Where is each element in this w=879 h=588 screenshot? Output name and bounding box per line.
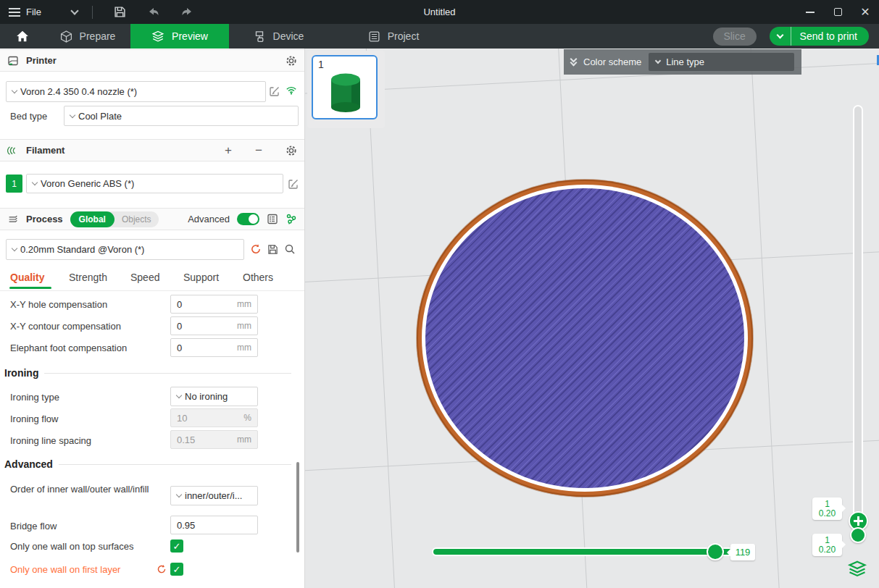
lower-layer-tooltip: 1 0.20 <box>812 534 842 556</box>
search-settings-icon[interactable] <box>284 243 296 255</box>
filament-slot-badge[interactable]: 1 <box>6 175 22 193</box>
remove-filament-button[interactable]: − <box>252 143 265 158</box>
bed-type-select[interactable]: Cool Plate <box>64 106 299 126</box>
xy-hole-input[interactable] <box>171 299 231 310</box>
file-menu-chevron-icon[interactable] <box>70 7 78 14</box>
bridge-flow-input[interactable] <box>171 520 231 531</box>
close-button[interactable]: ✕ <box>851 0 879 24</box>
xy-hole-label: X-Y hole compensation <box>10 299 107 310</box>
model-infill-stripes <box>425 188 744 488</box>
line-type-select[interactable]: Line type <box>649 53 794 71</box>
advanced-mode-toggle[interactable] <box>237 213 259 225</box>
process-layers-icon <box>7 214 19 225</box>
plate-number: 1 <box>318 59 324 70</box>
layers-stack-icon <box>847 558 867 579</box>
send-to-print-button[interactable]: Send to print <box>770 27 869 46</box>
ironing-type-select[interactable]: No ironing <box>170 387 258 406</box>
sidebar-scrollbar[interactable] <box>296 462 299 553</box>
sliced-model-top-view[interactable] <box>417 180 753 497</box>
filament-preset-select[interactable]: Voron Generic ABS (*) <box>26 174 283 193</box>
parameter-table-icon[interactable] <box>267 214 278 225</box>
reset-one-wall-first-icon[interactable] <box>156 563 167 575</box>
tab-preview[interactable]: Preview <box>130 24 229 49</box>
process-scope-toggle[interactable]: Global Objects <box>70 211 159 227</box>
tab-speed[interactable]: Speed <box>130 272 159 283</box>
edit-filament-icon[interactable] <box>288 178 299 190</box>
xy-contour-input[interactable] <box>171 321 231 332</box>
app-window: File Untitled ✕ Pre <box>0 0 879 588</box>
wall-order-select[interactable]: inner/outer/i... <box>170 486 258 505</box>
tab-prepare-label: Prepare <box>80 30 116 42</box>
filament-preset-value: Voron Generic ABS (*) <box>41 178 134 189</box>
chevron-down-icon <box>70 112 75 117</box>
slice-button[interactable]: Slice <box>713 28 757 46</box>
tab-device[interactable]: Device <box>229 24 328 49</box>
layer-slider[interactable] <box>854 106 862 537</box>
xy-contour-field: mm <box>170 316 258 335</box>
horizontal-move-slider[interactable] <box>433 549 752 555</box>
tab-project[interactable]: Project <box>343 24 443 49</box>
chevron-down-icon <box>176 492 182 497</box>
prepare-box-icon <box>60 30 72 43</box>
upper-layer-tooltip: 1 0.20 <box>812 497 842 520</box>
reset-preset-icon[interactable] <box>250 243 262 255</box>
bed-type-label: Bed type <box>10 111 47 122</box>
plate-thumbnail-card: 1 <box>307 51 385 128</box>
save-preset-icon[interactable] <box>267 243 278 255</box>
tab-others[interactable]: Others <box>243 272 273 283</box>
xy-contour-unit: mm <box>237 321 251 331</box>
printer-wifi-icon[interactable] <box>286 85 297 96</box>
one-wall-top-checkbox[interactable] <box>170 539 183 553</box>
wall-order-value: inner/outer/i... <box>185 490 243 501</box>
parameter-tune-icon[interactable] <box>286 214 297 225</box>
process-preset-select[interactable]: 0.20mm Standard @Voron (*) <box>6 239 244 260</box>
title-bar: File Untitled ✕ <box>0 0 879 24</box>
send-options-chevron[interactable] <box>770 27 791 46</box>
ironing-flow-unit: % <box>243 413 251 423</box>
ironing-flow-label: Ironing flow <box>10 413 58 424</box>
elephant-foot-field: mm <box>170 338 258 357</box>
tab-support[interactable]: Support <box>183 272 219 283</box>
chevron-down-icon <box>776 32 783 39</box>
elephant-foot-input[interactable] <box>171 343 231 353</box>
scope-global-option[interactable]: Global <box>70 211 114 227</box>
advanced-mode-label: Advanced <box>188 214 230 224</box>
active-tab-underline <box>9 287 51 289</box>
scope-objects-option[interactable]: Objects <box>114 214 159 224</box>
add-filament-button[interactable]: + <box>222 143 235 158</box>
file-menu[interactable]: File <box>9 7 41 17</box>
one-wall-first-checkbox[interactable] <box>170 563 183 576</box>
filament-section-header: Filament + − <box>0 139 304 161</box>
bridge-flow-label: Bridge flow <box>10 521 57 532</box>
printer-settings-gear-icon[interactable] <box>286 55 297 67</box>
chevron-down-icon <box>32 180 38 185</box>
horizontal-slider-thumb[interactable] <box>707 543 724 560</box>
maximize-button[interactable] <box>824 0 851 24</box>
filament-settings-gear-icon[interactable] <box>286 145 297 156</box>
one-wall-first-label: Only one wall on first layer <box>10 564 120 575</box>
home-tab[interactable] <box>0 24 45 49</box>
edit-printer-icon[interactable] <box>269 85 280 97</box>
redo-button[interactable] <box>180 5 194 20</box>
printer-preset-select[interactable]: Voron 2.4 350 0.4 nozzle (*) <box>6 81 266 102</box>
minimize-button[interactable] <box>796 0 824 24</box>
ironing-spacing-label: Ironing line spacing <box>10 435 91 446</box>
save-button[interactable] <box>113 5 128 20</box>
layer-slider-lower-thumb[interactable] <box>850 527 866 543</box>
xy-hole-unit: mm <box>237 299 251 309</box>
collapse-legend-icon[interactable] <box>571 59 576 65</box>
tab-prepare[interactable]: Prepare <box>45 24 130 49</box>
undo-button[interactable] <box>146 5 161 20</box>
lower-layer-number: 1 <box>825 536 830 545</box>
ironing-group-header: Ironing <box>4 367 291 379</box>
layers-view-button[interactable] <box>846 558 868 579</box>
filament-spool-icon <box>7 145 19 156</box>
upper-layer-height: 0.20 <box>819 509 836 518</box>
ironing-spacing-input <box>171 434 231 445</box>
tab-quality[interactable]: Quality <box>10 272 44 283</box>
redo-icon <box>180 7 193 18</box>
preview-viewport[interactable]: 1 Color scheme Line type 119 <box>305 49 879 588</box>
tab-strength[interactable]: Strength <box>69 272 107 283</box>
chevron-down-icon <box>12 88 17 93</box>
plate-thumbnail[interactable]: 1 <box>312 55 378 119</box>
